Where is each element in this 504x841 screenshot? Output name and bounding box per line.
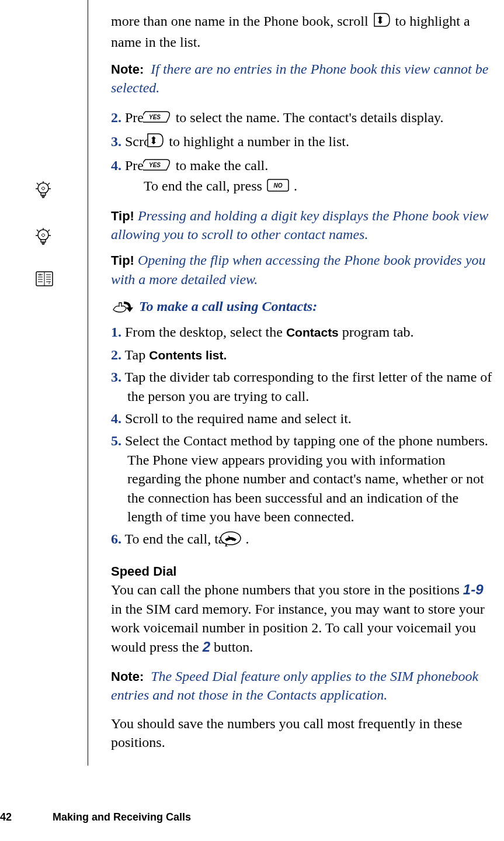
list-item: 1. From the desktop, select the Contacts… <box>111 323 496 341</box>
tip-label: Tip! <box>111 209 134 223</box>
text: . <box>294 178 297 193</box>
chapter-title: Making and Receiving Calls <box>53 811 191 823</box>
note-block: Note: The Speed Dial feature only applie… <box>111 667 496 705</box>
list-item: 2. Press to select the name. The contact… <box>111 108 496 129</box>
step-number: 6. <box>111 531 121 546</box>
tip-label: Tip! <box>111 253 134 268</box>
step-number: 4. <box>111 411 121 426</box>
heading-text: Speed Dial <box>111 564 176 579</box>
hand-arrow-icon <box>112 299 134 318</box>
list-item: 6. To end the call, tap . <box>111 529 496 550</box>
tip-text: Pressing and holding a digit key display… <box>111 208 488 242</box>
tip-block: Tip! Opening the flip when accessing the… <box>111 251 496 289</box>
page: more than one name in the Phone book, sc… <box>0 0 504 841</box>
text: button. <box>210 639 253 655</box>
step-list-a: 2. Press to select the name. The contact… <box>111 108 496 197</box>
step-number: 4. <box>111 158 121 173</box>
step-number: 3. <box>111 369 121 385</box>
intro-paragraph: more than one name in the Phone book, sc… <box>111 12 496 51</box>
end-call-icon <box>237 531 241 550</box>
text: Select the Contact method by tapping one… <box>125 433 488 524</box>
scroll-key-icon <box>373 12 391 32</box>
list-item: 3. Scroll to highlight a number in the l… <box>111 132 496 153</box>
text: . <box>246 531 249 546</box>
yes-key-icon <box>159 109 171 128</box>
step-number: 2. <box>111 110 121 125</box>
step-number: 1. <box>111 324 121 340</box>
step-number: 2. <box>111 347 121 362</box>
yes-key-icon <box>159 157 171 176</box>
text: To end the call, press <box>144 178 266 193</box>
sub-line: To end the call, press . <box>127 176 496 197</box>
speed-dial-heading: Speed Dial <box>111 562 496 580</box>
list-item: 3. Tap the divider tab corresponding to … <box>111 368 496 406</box>
text: in the SIM card memory. For instance, yo… <box>111 601 485 655</box>
text: Scroll to the required name and select i… <box>125 411 352 426</box>
step-number: 5. <box>111 433 121 448</box>
tip-bulb-icon <box>35 181 51 199</box>
step-number: 3. <box>111 134 121 149</box>
list-item: 4. Press to make the call. To end the ca… <box>111 156 496 196</box>
text: Tap the divider tab corresponding to the… <box>125 369 492 403</box>
list-item: 5. Select the Contact method by tapping … <box>111 431 496 526</box>
step-list-b: 1. From the desktop, select the Contacts… <box>111 323 496 550</box>
page-number: 42 <box>0 811 12 823</box>
text: You should save the numbers you call mos… <box>111 716 462 750</box>
tip-block: Tip! Pressing and holding a digit key di… <box>111 206 496 244</box>
procedure-heading: To make a call using Contacts: <box>111 297 496 318</box>
closing-paragraph: You should save the numbers you call mos… <box>111 714 496 752</box>
text: From the desktop, select the <box>125 324 286 340</box>
note-text: If there are no entries in the Phone boo… <box>111 61 488 95</box>
page-footer: 42 Making and Receiving Calls <box>0 811 191 823</box>
note-block: Note: If there are no entries in the Pho… <box>111 60 496 98</box>
no-key-icon <box>267 178 289 196</box>
text: more than one name in the Phone book, sc… <box>111 13 372 29</box>
tip-text: Opening the flip when accessing the Phon… <box>111 252 486 286</box>
text: You can call the phone numbers that you … <box>111 582 463 597</box>
key-range: 1-9 <box>463 582 484 597</box>
text: program tab. <box>339 324 414 340</box>
vertical-rule <box>88 0 88 766</box>
procedure-title: To make a call using Contacts: <box>139 299 317 314</box>
ui-term: Contacts <box>286 326 339 339</box>
list-item: 2. Tap Contents list. <box>111 345 496 364</box>
ui-term: Contents list. <box>149 348 227 362</box>
key-digit: 2 <box>203 639 210 655</box>
speed-dial-paragraph: You can call the phone numbers that you … <box>111 580 496 656</box>
note-label: Note: <box>111 669 144 684</box>
content-body: more than one name in the Phone book, sc… <box>111 12 496 757</box>
tip-bulb-icon <box>35 228 51 245</box>
text: to select the name. The contact's detail… <box>176 110 444 125</box>
list-item: 4. Scroll to the required name and selec… <box>111 409 496 428</box>
text: to make the call. <box>176 158 269 173</box>
text: to highlight a number in the list. <box>169 134 349 149</box>
scroll-key-icon <box>163 133 164 153</box>
contacts-book-icon <box>35 271 54 286</box>
note-label: Note: <box>111 62 144 77</box>
note-text: The Speed Dial feature only applies to t… <box>111 669 478 702</box>
text: To end the call, tap <box>125 531 235 546</box>
text: Tap <box>125 347 150 362</box>
